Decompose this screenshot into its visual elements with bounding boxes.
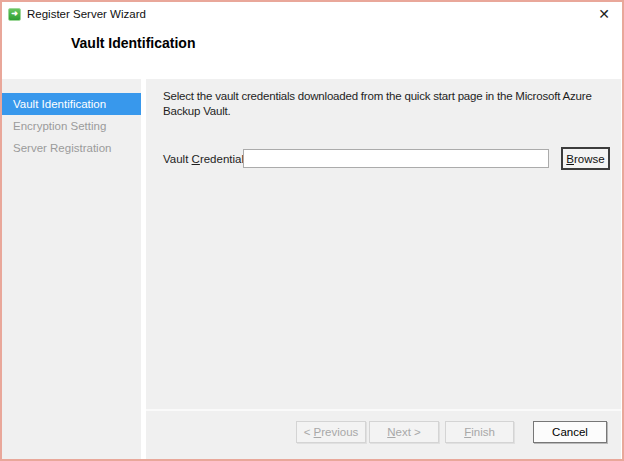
sidebar-item-vault-identification: Vault Identification: [2, 93, 141, 115]
vault-credentials-label: Vault Credentials:: [163, 153, 253, 165]
previous-button: < Previous: [296, 421, 366, 443]
page-title: Vault Identification: [71, 35, 195, 51]
sidebar-item-server-registration: Server Registration: [2, 137, 141, 159]
footer-separator: [146, 409, 621, 411]
wizard-app-icon: ➜: [8, 8, 21, 21]
title-bar[interactable]: ➜ Register Server Wizard ✕: [2, 2, 622, 26]
finish-button: Finish: [445, 421, 514, 443]
close-icon[interactable]: ✕: [594, 4, 614, 24]
next-button: Next >: [369, 421, 439, 443]
vault-credentials-input[interactable]: [243, 149, 549, 168]
wizard-steps-sidebar: Vault Identification Encryption Setting …: [2, 79, 141, 459]
sidebar-item-encryption-setting: Encryption Setting: [2, 115, 141, 137]
instruction-text: Select the vault credentials downloaded …: [163, 89, 618, 119]
cancel-button[interactable]: Cancel: [533, 421, 607, 443]
register-server-wizard-window: ➜ Register Server Wizard ✕ Vault Identif…: [0, 0, 624, 461]
main-panel: Select the vault credentials downloaded …: [146, 79, 621, 459]
window-title: Register Server Wizard: [27, 8, 146, 20]
browse-button[interactable]: Browse: [561, 147, 610, 170]
